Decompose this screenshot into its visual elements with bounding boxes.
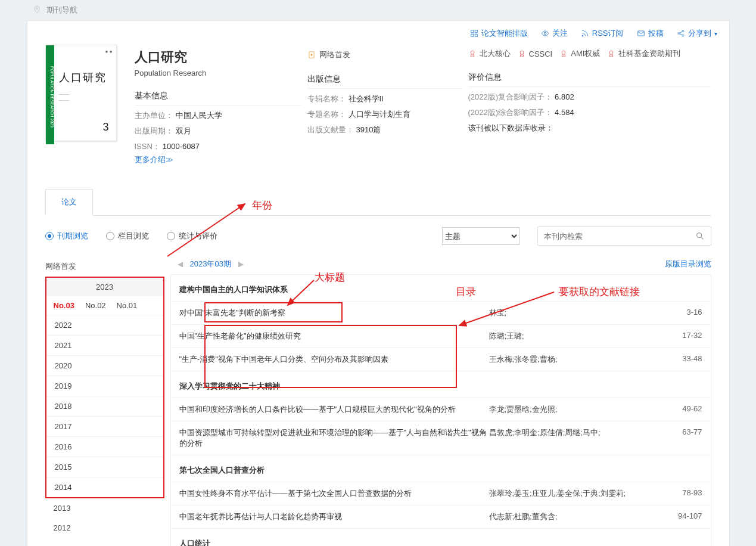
badge-list: 北大核心CSSCIAMI权威社科基金资助期刊 [468,48,711,59]
more-link[interactable]: 更多介绍≫ [135,154,301,165]
svg-point-13 [520,51,524,54]
journal-cover[interactable]: POPULATION RESEARCH 2023 ● ● 人口研究 ——————… [45,45,117,141]
location-icon [33,5,41,14]
svg-point-14 [562,51,565,54]
toc-content: 建构中国自主的人口学知识体系对中国"未富先老"判断的新考察林宝;3-16中国"生… [170,274,711,546]
article-row: 中国老年抚养比再估计与人口老龄化趋势再审视代志新;杜鹏;董隽含;94-107 [171,505,711,528]
topic-select[interactable]: 主题 [442,227,519,245]
journal-title-en: Population Research [135,69,301,77]
section-heading: 第七次全国人口普查分析 [171,455,711,482]
article-title-link[interactable]: 中国老年抚养比再估计与人口老龄化趋势再审视 [179,512,342,521]
original-toc-link[interactable]: 原版目录浏览 [665,259,711,269]
year-item[interactable]: 2021 [46,335,163,355]
publish-heading: 出版信息 [307,74,462,89]
article-row: 对中国"未富先老"判断的新考察林宝;3-16 [171,301,711,324]
article-row: "生产-消费"视角下中国老年人口分类、空间分布及其影响因素王永梅;张冬霞;曹杨;… [171,348,711,371]
award-icon [607,49,615,58]
award-icon [518,49,526,58]
article-title-link[interactable]: "生产-消费"视角下中国老年人口分类、空间分布及其影响因素 [179,355,389,364]
article-title-link[interactable]: 中国和印度经济增长的人口条件比较——基于"人口规模巨大的现代化"视角的分析 [179,405,456,414]
year-item[interactable]: 2015 [46,457,163,477]
issue-item[interactable]: No.03 [54,301,74,310]
svg-point-10 [682,35,684,36]
year-item[interactable]: 2014 [46,477,163,497]
article-row: 中国女性终身不育水平估计——基于第七次全国人口普查数据的分析张翠玲;姜玉;庄亚儿… [171,482,711,505]
article-title-link[interactable]: 中国"生产性老龄化"的健康绩效研究 [179,331,301,340]
search-icon [695,231,705,241]
radio-column-browse[interactable]: 栏目浏览 [106,231,149,241]
article-authors: 李龙;贾墨晗;金光照; [489,404,661,415]
section-heading: 人口统计 [171,528,711,546]
article-pages: 3-16 [661,308,702,318]
article-row: 中国"生产性老龄化"的健康绩效研究陈璐;王璐;17-32 [171,324,711,348]
net-first-label: 网络首发 [307,49,350,60]
year-item[interactable]: 2018 [46,396,163,416]
radio-stats[interactable]: 统计与评价 [167,231,217,241]
article-authors: 陈璐;王璐; [489,331,661,342]
smart-layout-link[interactable]: 论文智能排版 [470,28,528,39]
svg-point-8 [678,33,680,35]
svg-point-9 [682,30,684,32]
search-button[interactable] [689,231,711,241]
article-row: 中国资源型城市可持续转型对促进就业和环境治理的影响——基于"人与自然和谐共生"视… [171,421,711,455]
submit-link[interactable]: 投稿 [637,28,664,39]
award-icon [559,49,568,58]
year-item[interactable]: 2019 [46,376,163,396]
year-item[interactable]: 2020 [46,355,163,376]
net-first-side[interactable]: 网络首发 [45,256,164,277]
article-title-link[interactable]: 对中国"未富先老"判断的新考察 [179,308,285,317]
badge: AMI权威 [559,48,600,59]
follow-link[interactable]: 关注 [541,28,568,39]
year-item[interactable]: 2022 [46,315,163,335]
article-authors: 代志新;杜鹏;董隽含; [489,511,661,522]
article-title-link[interactable]: 中国资源型城市可持续转型对促进就业和环境治理的影响——基于"人与自然和谐共生"视… [179,428,487,448]
article-authors: 昌敦虎;李明奎;原佳倩;周继;马中; [489,427,661,449]
share-link[interactable]: 分享到 ▾ [677,28,717,39]
article-pages: 63-77 [661,427,702,449]
current-year[interactable]: 2023 [46,278,163,296]
current-issue-label: 2023年03期 [190,259,231,269]
journal-title-zh: 人口研究 [135,48,301,66]
rss-link[interactable]: RSS订阅 [581,28,624,39]
svg-point-15 [609,51,613,54]
basic-heading: 基本信息 [135,91,301,106]
tab-papers[interactable]: 论文 [45,189,93,216]
year-item[interactable]: 2013 [45,498,164,518]
article-title-link[interactable]: 中国女性终身不育水平估计——基于第七次全国人口普查数据的分析 [179,489,412,498]
section-heading: 建构中国自主的人口学知识体系 [171,275,711,301]
article-pages: 49-62 [661,404,702,415]
eye-icon [541,29,549,38]
year-list: 202220212020201920182017201620152014 [46,315,163,497]
year-item[interactable]: 2012 [45,518,164,538]
year-item[interactable]: 2017 [46,416,163,436]
rss-icon [581,29,589,38]
issue-list: No.03No.02No.01 [46,296,163,315]
svg-rect-4 [475,34,477,36]
article-pages: 17-32 [661,331,702,342]
svg-point-16 [696,233,701,238]
svg-point-0 [36,8,38,10]
article-authors: 王永梅;张冬霞;曹杨; [489,354,661,365]
badge: CSSCI [518,49,553,58]
article-authors: 张翠玲;姜玉;庄亚儿;姜全保;于典;刘雯莉; [489,488,661,499]
year-item[interactable]: 2016 [46,436,163,457]
svg-point-6 [582,35,583,36]
article-pages: 33-48 [661,354,702,365]
year-list-extra: 20132012 [45,498,164,538]
mail-icon [637,29,645,38]
issue-item[interactable]: No.02 [85,301,106,310]
share-icon [677,29,685,38]
grid-icon [470,29,478,38]
prev-issue[interactable]: ◀ [170,260,190,268]
section-heading: 深入学习贯彻党的二十大精神 [171,371,711,398]
next-issue[interactable]: ▶ [231,260,251,268]
radio-issue-browse[interactable]: 刊期浏览 [45,231,88,241]
toolbar: 论文智能排版 关注 RSS订阅 投稿 分享到 ▾ [27,21,729,45]
issue-item[interactable]: No.01 [117,301,138,310]
badge: 北大核心 [468,48,511,59]
badge: 社科基金资助期刊 [607,48,680,59]
search-input[interactable] [538,232,689,241]
article-pages: 78-93 [661,488,702,499]
flash-icon [307,51,316,59]
award-icon [468,49,477,58]
